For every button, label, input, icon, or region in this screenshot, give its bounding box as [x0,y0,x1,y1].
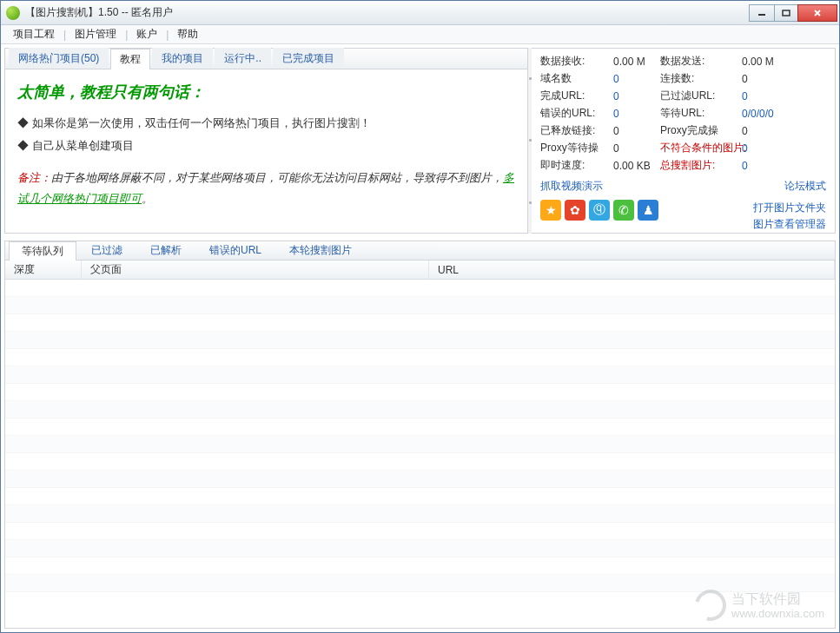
tab-hot-projects[interactable]: 网络热门项目(50) [9,48,109,69]
stat-label: 数据接收: [540,54,610,69]
stat-value: 0 [613,142,657,155]
tutorial-line2: ◆ 自己从菜单创建项目 [17,135,515,155]
table-row [5,488,835,505]
tab-completed[interactable]: 已完成项目 [273,48,344,69]
stat-label: 不符合条件的图片: [660,141,738,155]
qtab-error[interactable]: 错误的URL [196,241,274,260]
menu-project[interactable]: 项目工程 [6,25,62,43]
tutorial-pane: 网络热门项目(50) 教程 我的项目 运行中.. 已完成项目 太简单，教程只有两… [4,48,528,234]
tutorial-line1: ◆ 如果你是第一次使用，双击任何一个网络热门项目，执行图片搜割！ [17,113,515,133]
table-row [5,332,835,349]
menu-account[interactable]: 账户 [129,25,164,43]
table-row [5,523,835,540]
forum-mode-link[interactable]: 论坛模式 [784,178,826,195]
stat-value: 0 [742,73,785,85]
horizontal-splitter[interactable] [4,235,836,239]
stat-label: 数据发送: [660,54,738,69]
queue-pane: 等待队列 已过滤 已解析 错误的URL 本轮搜割图片 深度 父页面 URL [4,241,836,629]
qtab-round-images[interactable]: 本轮搜割图片 [276,241,365,260]
upper-row: 网络热门项目(50) 教程 我的项目 运行中.. 已完成项目 太简单，教程只有两… [4,48,836,234]
stat-value: 0.00 KB [613,160,657,172]
stat-value[interactable]: 0 [742,142,785,155]
close-button[interactable] [797,4,837,22]
table-row [5,436,835,453]
table-row [5,505,835,523]
stats-grid: 数据接收:0.00 M数据发送:0.00 M域名数0连接数:0完成URL:0已过… [540,54,826,173]
table-row [5,453,835,471]
tab-my-projects[interactable]: 我的项目 [152,48,213,69]
col-parent[interactable]: 父页面 [82,260,429,279]
stats-link-column: 打开图片文件夹 图片查看管理器 [753,200,826,233]
left-column: 网络热门项目(50) 教程 我的项目 运行中.. 已完成项目 太简单，教程只有两… [4,48,836,629]
note-text-b: 。 [142,192,153,205]
qtab-waiting[interactable]: 等待队列 [9,241,76,260]
table-row [5,471,835,488]
table-row [5,401,835,419]
stats-links-row: 抓取视频演示 论坛模式 [540,178,826,195]
stat-label: 总搜割图片: [660,158,738,173]
menu-image-manage[interactable]: 图片管理 [68,25,123,43]
window-buttons [750,4,837,22]
menu-help[interactable]: 帮助 [170,25,205,43]
table-row [5,540,835,557]
stat-label: 完成URL: [540,89,610,103]
stat-value: 0.00 M [742,56,785,68]
menubar: 项目工程| 图片管理| 账户| 帮助 [1,25,839,44]
stat-label: 域名数 [540,71,610,86]
renren-icon[interactable]: ♟ [638,200,658,221]
social-icons: ★✿ⓠ✆♟ [540,200,658,221]
stat-value[interactable]: 0 [742,90,785,102]
col-url[interactable]: URL [429,260,835,279]
table-row [5,575,835,592]
stat-value[interactable]: 0/0/0/0 [742,108,785,120]
app-icon [6,6,20,20]
stat-value: 0 [613,125,657,137]
qzone-icon[interactable]: ★ [540,200,561,221]
stat-label: Proxy完成操 [660,123,738,138]
maximize-button[interactable] [774,4,798,22]
tutorial-heading: 太简单，教程只有两句话： [17,78,515,106]
table-row [5,557,835,575]
stats-pane: 数据接收:0.00 M数据发送:0.00 M域名数0连接数:0完成URL:0已过… [532,48,836,234]
tencent-icon[interactable]: ⓠ [589,200,610,221]
table-row [5,297,835,314]
stat-label: Proxy等待操 [540,141,610,155]
app-window: 【图片搜割机】1.50 -- 匿名用户 项目工程| 图片管理| 账户| 帮助 网… [0,0,840,633]
stat-value: 0.00 M [613,56,657,68]
table-row [5,384,835,401]
video-demo-link[interactable]: 抓取视频演示 [540,178,603,195]
stat-label: 已过滤URL: [660,89,738,103]
stat-label: 即时速度: [540,158,610,173]
queue-tabbar: 等待队列 已过滤 已解析 错误的URL 本轮搜割图片 [5,241,835,260]
top-tabbar: 网络热门项目(50) 教程 我的项目 运行中.. 已完成项目 [5,49,527,69]
table-row [5,366,835,384]
note-label: 备注： [17,171,51,184]
open-folder-link[interactable]: 打开图片文件夹 [753,200,826,216]
table-row [5,314,835,332]
svg-rect-1 [783,10,790,16]
tab-running[interactable]: 运行中.. [215,48,271,69]
wechat-icon[interactable]: ✆ [613,200,634,221]
tab-tutorial[interactable]: 教程 [110,49,150,69]
tutorial-note: 备注：由于各地网络屏蔽不同，对于某些网络项目，可能你无法访问目标网站，导致得不到… [17,168,515,208]
qtab-parsed[interactable]: 已解析 [137,241,195,260]
stat-value[interactable]: 0 [613,73,657,85]
stat-value[interactable]: 0 [613,90,657,102]
table-row [5,349,835,366]
queue-body[interactable] [5,280,835,628]
weibo-icon[interactable]: ✿ [565,200,585,221]
minimize-button[interactable] [749,4,775,22]
stat-value[interactable]: 0 [613,108,657,120]
social-row: ★✿ⓠ✆♟ 打开图片文件夹 图片查看管理器 [540,200,826,233]
table-row [5,280,835,297]
table-row [5,419,835,436]
stat-label: 连接数: [660,71,738,86]
view-manager-link[interactable]: 图片查看管理器 [753,216,826,233]
note-text-a: 由于各地网络屏蔽不同，对于某些网络项目，可能你无法访问目标网站，导致得不到图片， [51,171,503,184]
queue-header: 深度 父页面 URL [5,260,835,280]
content-area: 网络热门项目(50) 教程 我的项目 运行中.. 已完成项目 太简单，教程只有两… [1,44,839,632]
window-title: 【图片搜割机】1.50 -- 匿名用户 [25,5,750,20]
stat-value[interactable]: 0 [742,160,785,172]
col-depth[interactable]: 深度 [5,260,82,279]
qtab-filtered[interactable]: 已过滤 [78,241,136,260]
